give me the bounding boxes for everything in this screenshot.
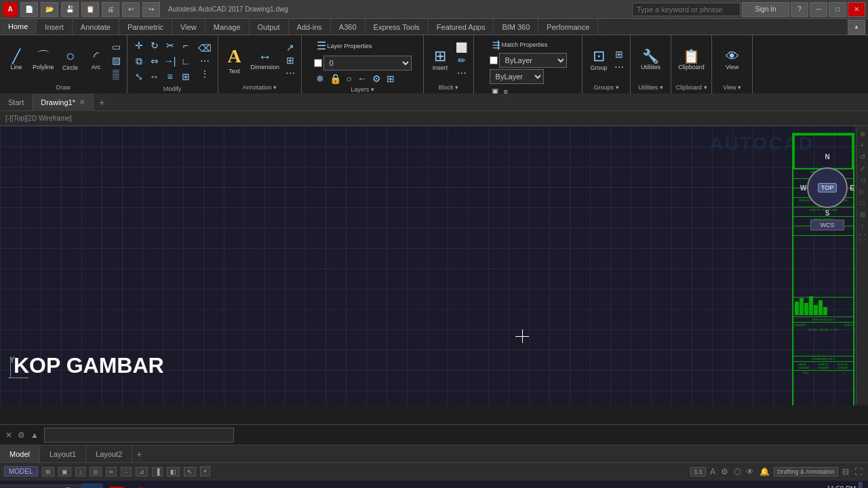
- model-space-btn[interactable]: MODEL: [4, 466, 38, 476]
- layers-label[interactable]: Layers ▾: [351, 85, 374, 93]
- linetype-dropdown[interactable]: ByLayer: [490, 69, 544, 84]
- tab-addins[interactable]: Add-ins: [289, 19, 331, 35]
- tab-express-tools[interactable]: Express Tools: [366, 19, 429, 35]
- tab-a360[interactable]: A360: [331, 19, 366, 35]
- tab-insert[interactable]: Insert: [37, 19, 73, 35]
- canvas-area[interactable]: AUTOCAD Y KOP GAMBAR NAMA PERUSAHAAN ALA…: [0, 126, 868, 405]
- fullscreen-icon[interactable]: ⛶: [858, 232, 867, 243]
- linewt-btn[interactable]: ▐: [152, 467, 163, 476]
- tab-bim360[interactable]: BIM 360: [494, 19, 538, 35]
- modify-extra1[interactable]: ⋯: [196, 55, 214, 67]
- line-btn[interactable]: ╱ Line: [4, 48, 28, 73]
- sign-in-btn[interactable]: Sign In: [742, 2, 789, 17]
- tab-drawing1[interactable]: Drawing1* ✕: [33, 94, 94, 111]
- record-btn[interactable]: [130, 483, 152, 489]
- view-btn[interactable]: 👁 View: [720, 48, 745, 73]
- polyline-btn[interactable]: ⌒ Polyline: [30, 48, 57, 73]
- utilities-btn[interactable]: 🔧 Utilities: [638, 48, 663, 73]
- tab-model[interactable]: Model: [0, 445, 40, 463]
- range-icon[interactable]: ↕: [859, 221, 865, 231]
- layer-off-btn[interactable]: ○: [344, 73, 354, 85]
- clipboard-btn[interactable]: 📋 Clipboard: [675, 48, 707, 73]
- layer-dropdown[interactable]: 0: [323, 56, 412, 70]
- circle-btn[interactable]: ○ Circle: [58, 47, 83, 73]
- compass-top-btn[interactable]: TOP: [818, 183, 837, 192]
- extend-btn[interactable]: →|: [163, 54, 178, 68]
- tab-layout2[interactable]: Layout2: [86, 445, 132, 463]
- pan-icon[interactable]: ⊕: [859, 129, 867, 139]
- back-icon[interactable]: ◁: [859, 175, 867, 185]
- layer-more1[interactable]: ⚙: [370, 73, 383, 85]
- forward-icon[interactable]: ▷: [859, 186, 867, 197]
- tab-home[interactable]: Home: [0, 19, 37, 35]
- sel-btn[interactable]: ↖: [184, 467, 196, 476]
- fullscreen-status-icon[interactable]: ⛶: [853, 467, 864, 476]
- scale-btn[interactable]: ⤡: [132, 69, 146, 84]
- autocad-taskbar-btn[interactable]: A: [106, 483, 127, 489]
- chamfer-btn[interactable]: ∟: [178, 54, 193, 68]
- tab-layout1[interactable]: Layout1: [40, 445, 86, 463]
- copy-btn[interactable]: ⧉: [132, 54, 146, 68]
- extents-icon[interactable]: ⤢: [859, 163, 867, 174]
- array-btn[interactable]: ⊞: [178, 69, 193, 84]
- tab-new-layout-btn[interactable]: +: [132, 449, 146, 460]
- ribbon-collapse-btn[interactable]: ▲: [848, 20, 865, 35]
- cmd-close-btn[interactable]: ✕: [5, 430, 12, 440]
- layer-properties-btn[interactable]: ☰ Layer Properties: [314, 38, 375, 54]
- tab-add-btn[interactable]: +: [94, 97, 110, 108]
- stretch-btn[interactable]: ↔: [147, 69, 162, 84]
- tab-performance[interactable]: Performance: [538, 19, 598, 35]
- window-icon[interactable]: □: [859, 198, 865, 208]
- gizmo-btn[interactable]: ⌖: [200, 466, 210, 476]
- redo-btn[interactable]: ↪: [142, 2, 160, 17]
- move-btn[interactable]: ✛: [132, 38, 146, 53]
- minimize-btn[interactable]: ─: [810, 2, 827, 17]
- hatch-btn[interactable]: ▨: [110, 54, 123, 66]
- notify-icon[interactable]: 🔔: [758, 467, 771, 476]
- help-btn[interactable]: ?: [791, 2, 808, 17]
- print-btn[interactable]: 🖨: [102, 2, 119, 17]
- workspace-btn[interactable]: Drafting & Annotation: [774, 467, 838, 476]
- rectangle-btn[interactable]: ▭: [110, 41, 123, 53]
- text-btn[interactable]: A Text: [222, 44, 247, 77]
- color-dropdown[interactable]: ByLayer: [499, 53, 567, 68]
- polar-btn[interactable]: ◎: [90, 467, 102, 476]
- isolate-icon[interactable]: 👁: [745, 467, 755, 476]
- annotation-label[interactable]: Annotation ▾: [243, 83, 277, 91]
- show-desktop-btn[interactable]: [859, 482, 863, 489]
- osnap-btn[interactable]: ∞: [106, 467, 117, 476]
- canvas-wrapper[interactable]: AUTOCAD Y KOP GAMBAR NAMA PERUSAHAAN ALA…: [0, 126, 868, 424]
- tab-view[interactable]: View: [172, 19, 205, 35]
- tab-featured-apps[interactable]: Featured Apps: [429, 19, 494, 35]
- tab-close-btn[interactable]: ✕: [79, 98, 85, 106]
- leader-btn[interactable]: ↗: [283, 41, 297, 54]
- fillet-btn[interactable]: ⌐: [178, 38, 193, 53]
- draw-label[interactable]: Draw: [56, 83, 71, 91]
- new-file-btn[interactable]: 📄: [20, 2, 38, 17]
- grid-btn[interactable]: ⊞: [42, 467, 54, 476]
- trans-btn[interactable]: ◧: [167, 467, 180, 476]
- block-label[interactable]: Block ▾: [439, 83, 459, 91]
- group-more1[interactable]: ⊞: [612, 48, 626, 60]
- insert-btn[interactable]: ⊞ Insert: [428, 47, 452, 73]
- autocad-logo-icon[interactable]: A: [3, 2, 18, 17]
- utilities-label[interactable]: Utilities ▾: [638, 83, 663, 91]
- otrack-btn[interactable]: ∴: [121, 467, 132, 476]
- arc-btn[interactable]: ◜ Arc: [84, 48, 108, 73]
- orbit-icon[interactable]: ↺: [859, 152, 867, 162]
- wcs-btn[interactable]: WCS: [810, 220, 844, 230]
- clipboard-label[interactable]: Clipboard ▾: [676, 83, 707, 91]
- maximize-btn[interactable]: □: [829, 2, 846, 17]
- cmd-expand-btn[interactable]: ▲: [31, 430, 39, 440]
- command-input[interactable]: [44, 428, 234, 443]
- cmd-settings-btn[interactable]: ⚙: [18, 430, 25, 440]
- tab-parametric[interactable]: Parametric: [119, 19, 172, 35]
- tray-icon[interactable]: ⊟: [841, 467, 850, 476]
- group-btn[interactable]: ⊡ Group: [587, 47, 611, 73]
- annot-icon[interactable]: A: [709, 467, 717, 476]
- gradient-btn[interactable]: ▒: [110, 68, 123, 80]
- undo-btn[interactable]: ↩: [122, 2, 140, 17]
- ws-icon[interactable]: ⚙: [719, 467, 730, 476]
- zoom-win-icon[interactable]: ⊞: [859, 209, 867, 220]
- layer-more2[interactable]: ⊞: [384, 73, 397, 85]
